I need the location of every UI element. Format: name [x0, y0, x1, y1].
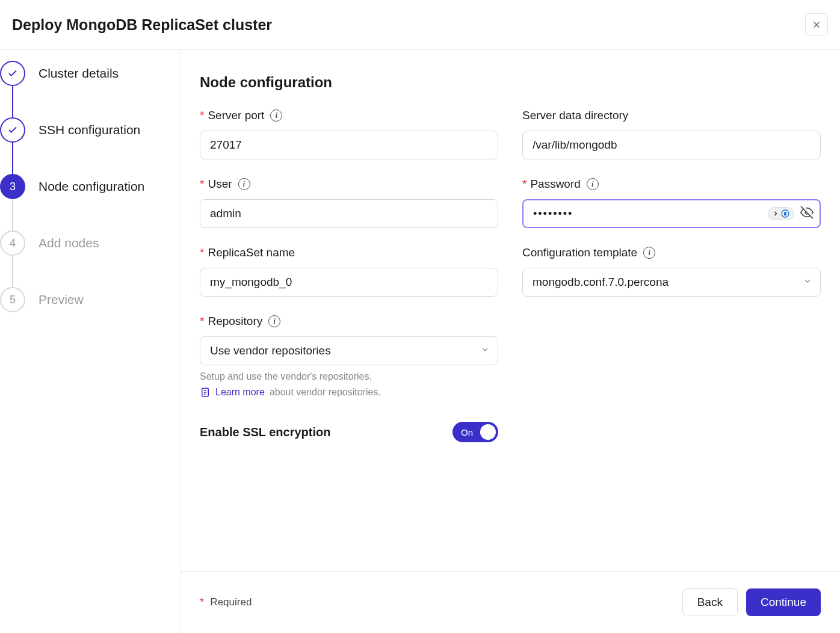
- field-label: Configuration template i: [522, 246, 821, 259]
- repository-select[interactable]: Use vendor repositories: [200, 336, 498, 365]
- info-icon[interactable]: i: [268, 315, 280, 327]
- required-indicator: *: [200, 315, 204, 327]
- toggle-state-label: On: [461, 427, 473, 437]
- check-icon: [0, 117, 25, 143]
- replicaset-name-input[interactable]: [200, 268, 498, 297]
- field-password: *Password i: [522, 178, 821, 228]
- continue-button[interactable]: Continue: [746, 588, 821, 616]
- step-preview: 5 Preview: [0, 287, 180, 312]
- step-cluster-details[interactable]: Cluster details: [0, 61, 180, 86]
- step-connector: [12, 143, 13, 174]
- wizard-footer: * Required Back Continue: [181, 571, 840, 633]
- modal-title: Deploy MongoDB ReplicaSet cluster: [12, 16, 272, 34]
- field-replicaset-name: *ReplicaSet name: [200, 246, 498, 297]
- close-icon: [811, 19, 822, 30]
- step-node-configuration[interactable]: 3 Node configuration: [0, 174, 180, 199]
- field-label: *Repository i: [200, 315, 498, 328]
- step-number: 4: [0, 230, 25, 256]
- field-label: *Server port i: [200, 109, 498, 122]
- field-label: *ReplicaSet name: [200, 246, 498, 259]
- info-icon[interactable]: i: [270, 110, 282, 122]
- main-panel: Node configuration *Server port i Server: [181, 50, 840, 633]
- section-title: Node configuration: [200, 74, 821, 91]
- step-connector: [12, 256, 13, 287]
- step-number: 5: [0, 287, 25, 312]
- field-label: *Password i: [522, 178, 821, 191]
- step-number: 3: [0, 174, 25, 199]
- step-connector: [12, 199, 13, 230]
- toggle-password-visibility[interactable]: [800, 206, 814, 221]
- ssl-label: Enable SSL encryption: [200, 425, 330, 439]
- learn-more-suffix: about vendor repositories.: [270, 387, 381, 398]
- field-configuration-template: Configuration template i mongodb.conf.7.…: [522, 246, 821, 297]
- field-user: *User i: [200, 178, 498, 228]
- user-input[interactable]: [200, 199, 498, 228]
- field-label: *User i: [200, 178, 498, 191]
- info-icon[interactable]: i: [643, 247, 655, 259]
- toggle-knob: [480, 424, 496, 440]
- step-label: Preview: [39, 292, 84, 307]
- step-label: SSH configuration: [39, 123, 140, 137]
- form-content: Node configuration *Server port i Server: [181, 50, 840, 571]
- server-data-directory-input[interactable]: [522, 131, 821, 159]
- step-label: Cluster details: [39, 66, 119, 81]
- chevron-right-icon: [772, 210, 779, 217]
- required-indicator: *: [522, 178, 527, 190]
- required-indicator: *: [200, 178, 204, 190]
- info-icon[interactable]: i: [238, 178, 250, 190]
- required-indicator: *: [200, 596, 204, 608]
- configuration-template-select[interactable]: mongodb.conf.7.0.percona: [522, 268, 821, 297]
- password-manager-badge[interactable]: [768, 207, 794, 220]
- learn-more-row: Learn more about vendor repositories.: [200, 387, 498, 398]
- field-server-data-directory: Server data directory: [522, 109, 821, 159]
- modal-header: Deploy MongoDB ReplicaSet cluster: [0, 0, 840, 50]
- learn-more-link[interactable]: Learn more: [215, 387, 265, 398]
- ssl-encryption-row: Enable SSL encryption On: [200, 422, 498, 442]
- modal-body: Cluster details SSH configuration: [0, 50, 840, 633]
- document-icon: [200, 387, 211, 398]
- back-button[interactable]: Back: [682, 588, 738, 616]
- ssl-toggle[interactable]: On: [452, 422, 498, 442]
- wizard-steps-sidebar: Cluster details SSH configuration: [0, 50, 181, 633]
- password-manager-icon: [780, 209, 790, 218]
- close-button[interactable]: [805, 13, 828, 36]
- step-label: Add nodes: [39, 236, 99, 250]
- server-port-input[interactable]: [200, 131, 498, 159]
- step-ssh-configuration[interactable]: SSH configuration: [0, 117, 180, 143]
- field-server-port: *Server port i: [200, 109, 498, 159]
- eye-off-icon: [800, 206, 814, 219]
- svg-rect-3: [785, 212, 786, 215]
- required-indicator: *: [200, 246, 204, 259]
- check-icon: [0, 61, 25, 86]
- deploy-modal: Deploy MongoDB ReplicaSet cluster Cluste…: [0, 0, 840, 633]
- field-repository: *Repository i Use vendor repositories Se…: [200, 315, 498, 398]
- info-icon[interactable]: i: [587, 178, 599, 190]
- field-label: Server data directory: [522, 109, 821, 122]
- step-label: Node configuration: [39, 179, 144, 194]
- required-note: * Required: [200, 596, 252, 608]
- repository-help-text: Setup and use the vendor's repositories.: [200, 371, 498, 382]
- step-add-nodes: 4 Add nodes: [0, 230, 180, 256]
- step-connector: [12, 86, 13, 117]
- required-indicator: *: [200, 109, 204, 122]
